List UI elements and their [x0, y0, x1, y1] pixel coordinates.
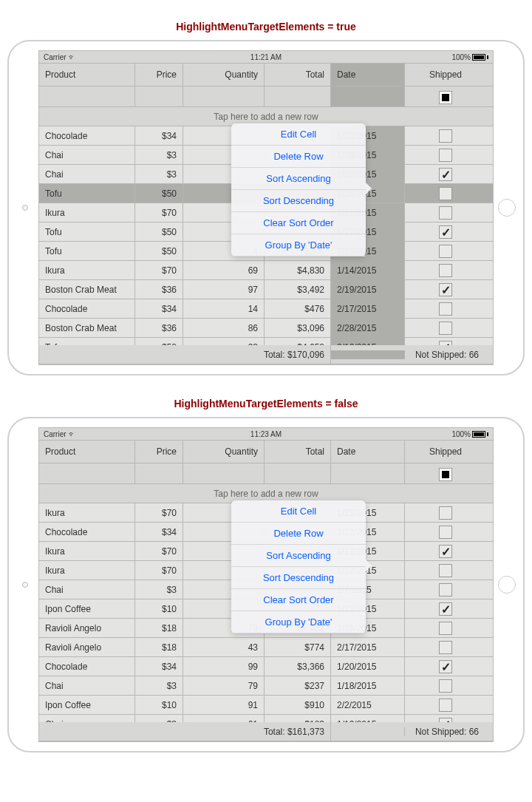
- shipped-checkbox[interactable]: [439, 225, 452, 239]
- menu-item-5[interactable]: Group By 'Date': [231, 611, 366, 633]
- filter-cell-date[interactable]: [331, 463, 405, 483]
- cell-product[interactable]: Chai: [39, 580, 135, 599]
- cell-total[interactable]: $476: [265, 299, 331, 319]
- cell-product[interactable]: Chocolade: [39, 657, 135, 676]
- menu-item-3[interactable]: Sort Descending: [231, 190, 366, 212]
- table-row[interactable]: Chai$379$2371/18/2015: [39, 676, 493, 696]
- cell-quantity[interactable]: 99: [183, 657, 265, 676]
- cell-date[interactable]: 1/14/2015: [331, 261, 405, 280]
- filter-cell-shipped[interactable]: [405, 463, 486, 483]
- column-header-product[interactable]: Product: [39, 64, 135, 86]
- shipped-checkbox[interactable]: [439, 245, 452, 258]
- menu-item-4[interactable]: Clear Sort Order: [231, 212, 366, 234]
- cell-price[interactable]: $50: [135, 338, 183, 346]
- column-header-date[interactable]: Date: [331, 64, 405, 86]
- cell-price[interactable]: $70: [135, 561, 183, 580]
- menu-item-1[interactable]: Delete Row: [231, 146, 366, 168]
- cell-total[interactable]: $774: [265, 638, 331, 657]
- cell-price[interactable]: $50: [135, 242, 183, 261]
- cell-date[interactable]: 2/2/2015: [331, 696, 405, 715]
- cell-shipped[interactable]: [405, 336, 486, 346]
- shipped-checkbox[interactable]: [439, 718, 452, 723]
- column-header-quantity[interactable]: Quantity: [183, 64, 265, 86]
- cell-product[interactable]: Ikura: [39, 561, 135, 580]
- cell-price[interactable]: $3: [135, 676, 183, 696]
- shipped-checkbox[interactable]: [439, 129, 452, 143]
- cell-product[interactable]: Chocolade: [39, 299, 135, 319]
- column-header-quantity[interactable]: Quantity: [183, 441, 265, 463]
- cell-date[interactable]: 2/19/2015: [331, 280, 405, 299]
- menu-item-3[interactable]: Sort Descending: [231, 567, 366, 589]
- cell-total[interactable]: $4,650: [265, 338, 331, 346]
- cell-product[interactable]: Ikura: [39, 203, 135, 222]
- shipped-checkbox[interactable]: [439, 283, 452, 296]
- cell-price[interactable]: $3: [135, 715, 183, 723]
- filter-shipped-checkbox[interactable]: [439, 91, 452, 104]
- shipped-checkbox[interactable]: [439, 564, 452, 577]
- table-row[interactable]: Chocolade$3414$4762/17/2015: [39, 299, 493, 319]
- cell-total[interactable]: $3,366: [265, 657, 331, 676]
- shipped-checkbox[interactable]: [439, 149, 452, 162]
- table-row[interactable]: Ikura$7069$4,8301/14/2015: [39, 261, 493, 280]
- cell-total[interactable]: $4,830: [265, 261, 331, 280]
- cell-quantity[interactable]: 91: [183, 696, 265, 715]
- cell-price[interactable]: $50: [135, 184, 183, 203]
- cell-price[interactable]: $70: [135, 261, 183, 280]
- shipped-checkbox[interactable]: [439, 506, 452, 520]
- filter-cell-total[interactable]: [265, 86, 331, 106]
- shipped-checkbox[interactable]: [439, 341, 452, 346]
- shipped-checkbox[interactable]: [439, 622, 452, 635]
- cell-product[interactable]: Tofu: [39, 338, 135, 346]
- column-header-total[interactable]: Total: [265, 64, 331, 86]
- table-row[interactable]: Chocolade$3499$3,3661/20/2015: [39, 657, 493, 676]
- cell-date[interactable]: 2/17/2015: [331, 299, 405, 319]
- cell-price[interactable]: $18: [135, 638, 183, 657]
- cell-total[interactable]: $910: [265, 696, 331, 715]
- menu-item-1[interactable]: Delete Row: [231, 523, 366, 545]
- cell-price[interactable]: $34: [135, 657, 183, 676]
- cell-price[interactable]: $3: [135, 580, 183, 599]
- shipped-checkbox[interactable]: [439, 206, 452, 220]
- cell-date[interactable]: 2/28/2015: [331, 319, 405, 338]
- cell-quantity[interactable]: 14: [183, 299, 265, 319]
- cell-product[interactable]: Boston Crab Meat: [39, 319, 135, 338]
- shipped-checkbox[interactable]: [439, 699, 452, 712]
- cell-product[interactable]: Ravioli Angelo: [39, 638, 135, 657]
- cell-product[interactable]: Chai: [39, 715, 135, 723]
- cell-price[interactable]: $10: [135, 599, 183, 619]
- cell-quantity[interactable]: 79: [183, 676, 265, 696]
- filter-cell-shipped[interactable]: [405, 86, 486, 106]
- menu-item-2[interactable]: Sort Ascending: [231, 545, 366, 567]
- cell-date[interactable]: 1/13/2015: [331, 715, 405, 723]
- cell-date[interactable]: 2/17/2015: [331, 638, 405, 657]
- column-header-total[interactable]: Total: [265, 441, 331, 463]
- shipped-checkbox[interactable]: [439, 168, 452, 181]
- shipped-checkbox[interactable]: [439, 526, 452, 539]
- cell-quantity[interactable]: 61: [183, 715, 265, 723]
- column-header-price[interactable]: Price: [135, 64, 183, 86]
- cell-product[interactable]: Boston Crab Meat: [39, 280, 135, 299]
- cell-product[interactable]: Chai: [39, 146, 135, 165]
- column-header-shipped[interactable]: Shipped: [405, 441, 486, 463]
- table-row[interactable]: Tofu$5093$4,6502/16/2015: [39, 338, 493, 345]
- cell-quantity[interactable]: 97: [183, 280, 265, 299]
- filter-cell-quantity[interactable]: [183, 86, 265, 106]
- table-row[interactable]: Chai$361$1831/13/2015: [39, 715, 493, 722]
- filter-cell-product[interactable]: [39, 463, 135, 483]
- cell-total[interactable]: $3,492: [265, 280, 331, 299]
- cell-price[interactable]: $36: [135, 319, 183, 338]
- table-row[interactable]: Boston Crab Meat$3686$3,0962/28/2015: [39, 319, 493, 338]
- cell-date[interactable]: 1/18/2015: [331, 676, 405, 696]
- shipped-checkbox[interactable]: [439, 660, 452, 673]
- cell-price[interactable]: $50: [135, 222, 183, 242]
- shipped-checkbox[interactable]: [439, 322, 452, 335]
- menu-item-0[interactable]: Edit Cell: [231, 123, 366, 146]
- cell-product[interactable]: Ipon Coffee: [39, 696, 135, 715]
- filter-cell-price[interactable]: [135, 86, 183, 106]
- filter-cell-product[interactable]: [39, 86, 135, 106]
- home-button[interactable]: [498, 576, 516, 594]
- cell-quantity[interactable]: 86: [183, 319, 265, 338]
- cell-quantity[interactable]: 93: [183, 338, 265, 346]
- cell-product[interactable]: Tofu: [39, 222, 135, 242]
- cell-price[interactable]: $34: [135, 299, 183, 319]
